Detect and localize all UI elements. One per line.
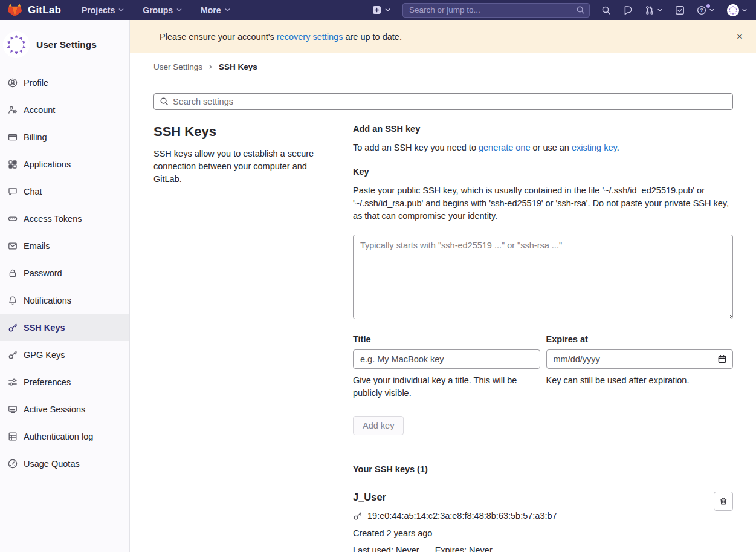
nav-projects-dropdown[interactable]: Projects <box>82 5 124 15</box>
sidebar-item-access-tokens[interactable]: Access Tokens <box>0 205 129 232</box>
active-sessions-icon <box>8 404 18 414</box>
sidebar-item-active-sessions[interactable]: Active Sessions <box>0 395 129 423</box>
sidebar-item-billing[interactable]: Billing <box>0 123 129 151</box>
ssh-key-info: J_User 19:e0:44:a5:14:c2:3a:e8:f8:48:8b:… <box>353 492 714 552</box>
ssh-key-expires: Expires: Never <box>435 545 493 552</box>
sidebar-item-emails[interactable]: Emails <box>0 232 129 259</box>
expires-help-text: Key can still be used after expiration. <box>546 374 734 387</box>
sidebar-item-ssh-keys[interactable]: SSH Keys <box>0 314 129 341</box>
help-notification-dot <box>706 4 710 8</box>
recovery-settings-link[interactable]: recovery settings <box>277 32 343 42</box>
key-help-text: Paste your public SSH key, which is usua… <box>353 184 733 222</box>
nav-groups-dropdown[interactable]: Groups <box>143 5 183 15</box>
sidebar-item-label: Profile <box>24 78 48 88</box>
sidebar-item-label: Chat <box>24 187 42 196</box>
expires-at-input[interactable] <box>546 349 734 369</box>
ssh-key-fingerprint: 19:e0:44:a5:14:c2:3a:e8:f8:48:8b:63:5b:5… <box>367 511 557 521</box>
authentication-log-icon <box>8 432 18 441</box>
todos-button[interactable] <box>675 5 685 15</box>
applications-icon <box>8 160 18 169</box>
sidebar-item-authentication-log[interactable]: Authentication log <box>0 423 129 450</box>
plus-square-icon <box>372 5 381 15</box>
sidebar-item-usage-quotas[interactable]: Usage Quotas <box>0 450 129 477</box>
calendar-icon[interactable] <box>717 354 727 364</box>
title-input[interactable] <box>353 349 540 369</box>
section-divider <box>353 449 733 449</box>
settings-search <box>153 93 733 110</box>
generate-one-link[interactable]: generate one <box>479 143 530 152</box>
sidebar-title: User Settings <box>36 39 97 50</box>
main-content: User Settings SSH Keys SSH Keys SSH keys… <box>130 53 756 552</box>
key-label: Key <box>353 167 733 177</box>
global-search <box>402 3 590 18</box>
chevron-down-icon <box>741 7 748 13</box>
gitlab-home-link[interactable]: GitLab <box>7 3 61 18</box>
issues-icon <box>623 5 633 15</box>
usage-quotas-icon <box>8 459 18 469</box>
breadcrumb: User Settings SSH Keys <box>153 53 733 80</box>
intro-text-after: . <box>617 143 619 152</box>
sidebar-item-label: Emails <box>24 241 50 251</box>
sidebar-item-label: Usage Quotas <box>24 459 80 469</box>
ssh-key-last-used: Last used: Never <box>353 545 419 552</box>
emails-icon <box>8 241 18 251</box>
navbar-menu: Projects Groups More <box>82 5 230 15</box>
nav-projects-label: Projects <box>82 5 115 15</box>
ssh-keys-description-column: SSH Keys SSH keys allow you to establish… <box>153 124 335 552</box>
settings-sidebar: User Settings Profile Account Billing A <box>0 20 130 552</box>
sidebar-item-label: Access Tokens <box>24 214 82 224</box>
intro-text-before: To add an SSH key you need to <box>353 143 479 152</box>
sidebar-item-notifications[interactable]: Notifications <box>0 287 129 314</box>
sidebar-item-label: Applications <box>24 160 71 169</box>
page-title: SSH Keys <box>153 124 335 140</box>
breadcrumb-user-settings[interactable]: User Settings <box>153 62 202 71</box>
sidebar-item-chat[interactable]: Chat <box>0 178 129 205</box>
user-menu-dropdown[interactable] <box>727 4 748 16</box>
todos-icon <box>675 5 685 15</box>
trash-icon <box>719 496 728 506</box>
your-ssh-keys-heading: Your SSH keys (1) <box>353 464 733 474</box>
search-icon <box>576 5 585 15</box>
banner-close-button[interactable]: × <box>733 29 746 44</box>
recovery-settings-banner: Please ensure your account's recovery se… <box>130 20 756 53</box>
breadcrumb-ssh-keys: SSH Keys <box>219 62 257 71</box>
sidebar-item-label: Preferences <box>24 377 71 387</box>
gitlab-tanuki-logo-icon <box>7 3 22 18</box>
chevron-down-icon <box>176 7 183 13</box>
settings-search-input[interactable] <box>153 93 733 110</box>
chevron-down-icon <box>118 7 124 13</box>
help-dropdown[interactable]: ? <box>697 5 715 15</box>
gpg-keys-icon <box>8 350 18 360</box>
sidebar-item-applications[interactable]: Applications <box>0 151 129 178</box>
header-search-button[interactable] <box>601 5 611 15</box>
logo-text: GitLab <box>28 4 61 16</box>
chevron-down-icon <box>657 7 663 13</box>
user-avatar <box>3 31 30 58</box>
sidebar-item-password[interactable]: Password <box>0 259 129 287</box>
svg-text:?: ? <box>700 7 703 13</box>
delete-key-button[interactable] <box>714 492 733 511</box>
sidebar-item-preferences[interactable]: Preferences <box>0 368 129 395</box>
expires-field-group: Expires at Key can still be used after e… <box>546 334 734 400</box>
ssh-key-list-item: J_User 19:e0:44:a5:14:c2:3a:e8:f8:48:8b:… <box>353 492 733 552</box>
preferences-icon <box>8 377 18 387</box>
merge-requests-dropdown[interactable] <box>645 5 663 15</box>
add-key-button[interactable]: Add key <box>353 416 404 435</box>
chevron-right-icon <box>208 64 213 70</box>
sidebar-item-label: Authentication log <box>24 432 93 441</box>
sidebar-item-label: Account <box>24 105 55 115</box>
create-new-dropdown[interactable] <box>372 5 391 15</box>
global-search-input[interactable] <box>402 3 590 18</box>
ssh-key-created: Created 2 years ago <box>353 528 714 538</box>
issues-button[interactable] <box>623 5 633 15</box>
chevron-down-icon <box>224 7 231 13</box>
sidebar-item-profile[interactable]: Profile <box>0 69 129 96</box>
intro-text-middle: or use an <box>530 143 572 152</box>
sidebar-item-account[interactable]: Account <box>0 96 129 123</box>
help-icon: ? <box>697 5 706 15</box>
ssh-key-textarea[interactable] <box>353 235 733 319</box>
existing-key-link[interactable]: existing key <box>572 143 617 152</box>
sidebar-item-gpg-keys[interactable]: GPG Keys <box>0 341 129 368</box>
ssh-keys-icon <box>8 323 18 333</box>
nav-more-dropdown[interactable]: More <box>201 5 230 15</box>
